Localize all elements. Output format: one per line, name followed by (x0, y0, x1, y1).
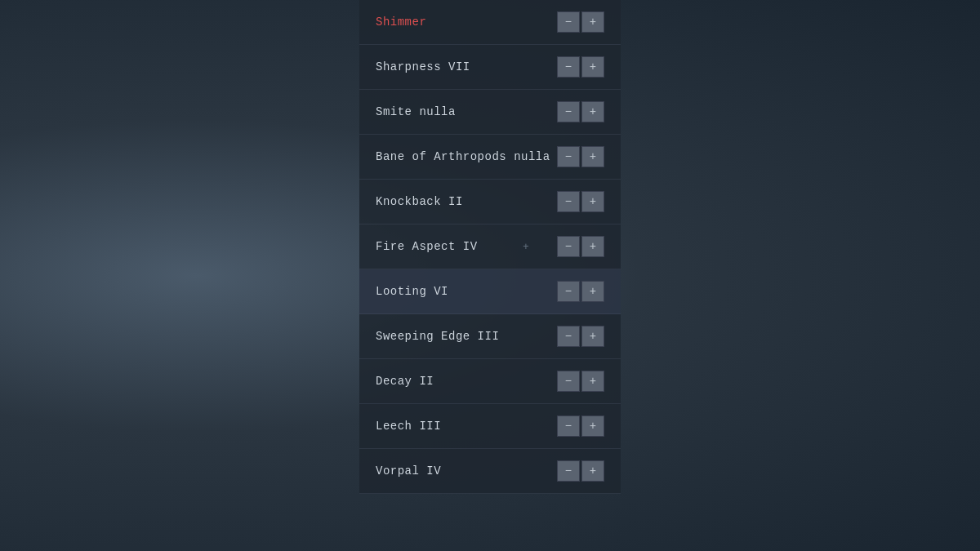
minus-btn-smite[interactable]: − (557, 101, 580, 122)
enchant-name-decay: Decay II (376, 375, 434, 388)
minus-btn-decay[interactable]: − (557, 371, 580, 392)
enchant-name-vorpal: Vorpal IV (376, 464, 441, 478)
plus-btn-smite[interactable]: + (581, 101, 604, 122)
enchantment-panel: Shimmer−+Sharpness VII−+Smite nulla−+Ban… (359, 0, 621, 494)
btn-group-decay: −+ (557, 371, 604, 392)
minus-btn-looting[interactable]: − (557, 281, 580, 302)
enchant-name-fire-aspect: Fire Aspect IV (376, 240, 478, 253)
btn-group-knockback: −+ (557, 191, 604, 212)
enchant-row-decay: Decay II−+ (359, 359, 621, 404)
minus-btn-sweeping-edge[interactable]: − (557, 326, 580, 347)
enchant-row-sweeping-edge: Sweeping Edge III−+ (359, 314, 621, 359)
minus-btn-sharpness[interactable]: − (557, 56, 580, 78)
plus-btn-knockback[interactable]: + (581, 191, 604, 212)
enchant-row-sharpness: Sharpness VII−+ (359, 45, 621, 90)
minus-btn-shimmer[interactable]: − (557, 11, 580, 33)
minus-btn-vorpal[interactable]: − (557, 460, 580, 482)
extra-plus-icon: + (523, 241, 529, 253)
btn-group-sweeping-edge: −+ (557, 326, 604, 347)
enchant-name-shimmer: Shimmer (376, 16, 426, 29)
enchant-row-shimmer: Shimmer−+ (359, 0, 621, 45)
enchant-name-leech: Leech III (376, 420, 441, 433)
btn-group-fire-aspect: −+ (557, 236, 604, 257)
enchant-row-fire-aspect: +Fire Aspect IV−+ (359, 224, 621, 269)
minus-btn-bane[interactable]: − (557, 146, 580, 167)
enchant-name-looting: Looting VI (376, 285, 448, 298)
plus-btn-fire-aspect[interactable]: + (581, 236, 604, 257)
plus-btn-looting[interactable]: + (581, 281, 604, 302)
enchant-name-sharpness: Sharpness VII (376, 60, 470, 73)
plus-btn-leech[interactable]: + (581, 415, 604, 437)
minus-btn-fire-aspect[interactable]: − (557, 236, 580, 257)
plus-btn-decay[interactable]: + (581, 371, 604, 392)
minus-btn-leech[interactable]: − (557, 415, 580, 437)
btn-group-bane: −+ (557, 146, 604, 167)
btn-group-shimmer: −+ (557, 11, 604, 33)
plus-btn-vorpal[interactable]: + (581, 460, 604, 482)
enchant-name-smite: Smite nulla (376, 105, 456, 118)
plus-btn-sweeping-edge[interactable]: + (581, 326, 604, 347)
btn-group-sharpness: −+ (557, 56, 604, 78)
enchant-name-knockback: Knockback II (376, 195, 463, 208)
minus-btn-knockback[interactable]: − (557, 191, 580, 212)
btn-group-looting: −+ (557, 281, 604, 302)
enchant-name-sweeping-edge: Sweeping Edge III (376, 330, 499, 343)
plus-btn-bane[interactable]: + (581, 146, 604, 167)
btn-group-leech: −+ (557, 415, 604, 437)
enchant-row-smite: Smite nulla−+ (359, 90, 621, 135)
enchant-row-vorpal: Vorpal IV−+ (359, 449, 621, 494)
enchant-row-knockback: Knockback II−+ (359, 180, 621, 224)
enchant-row-looting: Looting VI−+ (359, 269, 621, 314)
plus-btn-sharpness[interactable]: + (581, 56, 604, 78)
enchant-row-bane: Bane of Arthropods nulla−+ (359, 135, 621, 180)
btn-group-smite: −+ (557, 101, 604, 122)
enchant-name-bane: Bane of Arthropods nulla (376, 150, 550, 163)
btn-group-vorpal: −+ (557, 460, 604, 482)
enchant-row-leech: Leech III−+ (359, 404, 621, 449)
plus-btn-shimmer[interactable]: + (581, 11, 604, 33)
